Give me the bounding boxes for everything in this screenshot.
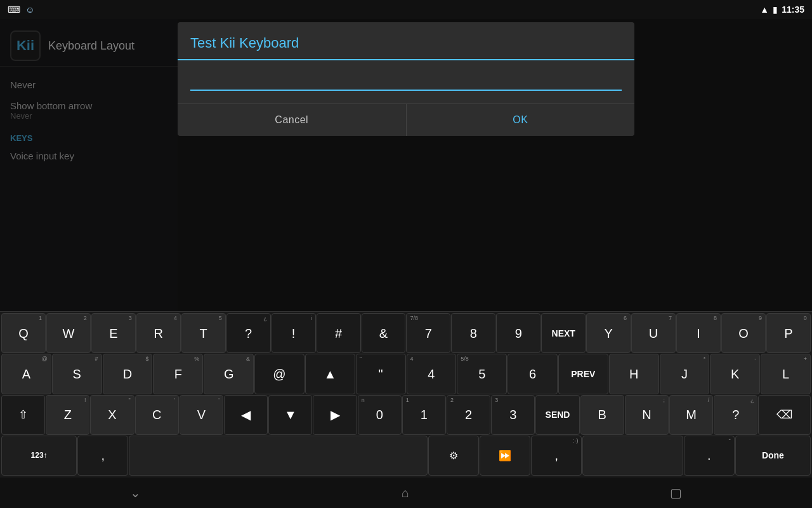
key-6[interactable]: 6 — [508, 354, 558, 394]
key-quote[interactable]: "" — [356, 354, 406, 394]
key-k[interactable]: -K — [710, 354, 760, 394]
home-nav-button[interactable]: ⌂ — [402, 486, 409, 500]
keyboard-area: 1Q 2W 3E 4R 5T ¿? i! # & 7/87 8 9 NEXT 6… — [0, 311, 812, 508]
key-h[interactable]: H — [609, 354, 659, 394]
keyboard-status-icon: ⌨ — [8, 4, 20, 15]
key-b[interactable]: B — [580, 395, 624, 435]
key-7[interactable]: 7/87 — [406, 313, 450, 353]
key-o[interactable]: 9O — [721, 313, 766, 353]
key-8[interactable]: 8 — [451, 313, 495, 353]
key-down[interactable]: ▼ — [268, 395, 312, 435]
test-keyboard-dialog: Test Kii Keyboard Cancel OK — [178, 22, 634, 136]
key-x[interactable]: "X — [90, 395, 134, 435]
ok-button[interactable]: OK — [407, 104, 635, 136]
key-space2[interactable] — [582, 436, 683, 476]
key-a[interactable]: @A — [1, 354, 51, 394]
key-q[interactable]: 1Q — [1, 313, 46, 353]
key-n[interactable]: ;N — [625, 395, 669, 435]
key-question[interactable]: ¿? — [226, 313, 271, 353]
key-z[interactable]: !Z — [46, 395, 89, 435]
key-right[interactable]: ▶ — [313, 395, 357, 435]
key-p[interactable]: 0P — [766, 313, 811, 353]
recent-nav-button[interactable]: ▢ — [670, 485, 682, 500]
key-q2[interactable]: ¿? — [714, 395, 757, 435]
time-display: 11:35 — [782, 4, 804, 15]
key-d[interactable]: $D — [103, 354, 153, 394]
key-0[interactable]: n0 — [358, 395, 402, 435]
key-e[interactable]: 3E — [91, 313, 136, 353]
key-m[interactable]: /M — [669, 395, 713, 435]
nav-bar: ⌄ ⌂ ▢ — [0, 478, 812, 508]
key-3[interactable]: 33 — [491, 395, 535, 435]
keyboard-row-3: ⇧ !Z "X 'C 'V ◀ ▼ ▶ n0 11 22 33 SEND B ;… — [1, 395, 811, 435]
key-y[interactable]: 6Y — [586, 313, 631, 353]
back-nav-button[interactable]: ⌄ — [130, 485, 141, 500]
key-prev[interactable]: PREV — [558, 354, 608, 394]
key-triangle-up[interactable]: ▲ — [305, 354, 355, 394]
key-r[interactable]: 4R — [136, 313, 181, 353]
key-u[interactable]: 7U — [631, 313, 676, 353]
status-left-icons: ⌨ ☺ — [8, 4, 34, 15]
key-exclaim[interactable]: i! — [272, 313, 316, 353]
dialog-title: Test Kii Keyboard — [178, 22, 634, 60]
key-w[interactable]: 2W — [46, 313, 91, 353]
dialog-buttons: Cancel OK — [178, 104, 634, 136]
key-comma-smiley[interactable]: :-), — [531, 436, 582, 476]
key-t[interactable]: 5T — [181, 313, 226, 353]
key-amp[interactable]: & — [362, 313, 406, 353]
key-j[interactable]: *J — [660, 354, 710, 394]
done-key[interactable]: Done — [735, 436, 811, 476]
status-bar: ⌨ ☺ ▲ ▮ 11:35 — [0, 0, 812, 19]
key-hash[interactable]: # — [317, 313, 361, 353]
settings-key[interactable]: ⚙ — [428, 436, 479, 476]
backspace-key[interactable]: ⌫ — [758, 395, 811, 435]
spacebar[interactable] — [129, 436, 428, 476]
key-c[interactable]: 'C — [135, 395, 179, 435]
keyboard-row-2: @A #S $D %F &G @ ▲ "" 44 5/85 6 PREV H *… — [1, 354, 811, 394]
dialog-text-input[interactable] — [190, 68, 622, 91]
battery-icon: ▮ — [773, 4, 778, 15]
dialog-input-area[interactable] — [178, 60, 634, 104]
next-track-key[interactable]: ⏩ — [480, 436, 530, 476]
keyboard-row-1: 1Q 2W 3E 4R 5T ¿? i! # & 7/87 8 9 NEXT 6… — [1, 313, 811, 353]
wifi-icon: ▲ — [760, 4, 769, 15]
key-send[interactable]: SEND — [535, 395, 579, 435]
android-icon: ☺ — [25, 4, 34, 15]
key-2[interactable]: 22 — [447, 395, 490, 435]
status-right-icons: ▲ ▮ 11:35 — [760, 4, 804, 15]
key-9[interactable]: 9 — [496, 313, 540, 353]
shift-key[interactable]: ⇧ — [1, 395, 45, 435]
keyboard-rows: 1Q 2W 3E 4R 5T ¿? i! # & 7/87 8 9 NEXT 6… — [0, 312, 812, 478]
key-next[interactable]: NEXT — [541, 313, 586, 353]
key-left[interactable]: ◀ — [224, 395, 268, 435]
key-1[interactable]: 11 — [402, 395, 446, 435]
key-at[interactable]: @ — [254, 354, 304, 394]
key-comma-left[interactable]: , — [77, 436, 128, 476]
key-v[interactable]: 'V — [180, 395, 223, 435]
key-s[interactable]: #S — [52, 354, 102, 394]
key-4[interactable]: 44 — [407, 354, 457, 394]
key-l[interactable]: +L — [761, 354, 811, 394]
cancel-button[interactable]: Cancel — [178, 104, 407, 136]
key-g[interactable]: &G — [204, 354, 254, 394]
key-5[interactable]: 5/85 — [457, 354, 507, 394]
key-f[interactable]: %F — [153, 354, 203, 394]
key-period[interactable]: ". — [684, 436, 735, 476]
keyboard-row-4: 123↑ , ⚙ ⏩ :-), ". Done — [1, 436, 811, 476]
key-i[interactable]: 8I — [676, 313, 721, 353]
num-switch-key[interactable]: 123↑ — [1, 436, 77, 476]
